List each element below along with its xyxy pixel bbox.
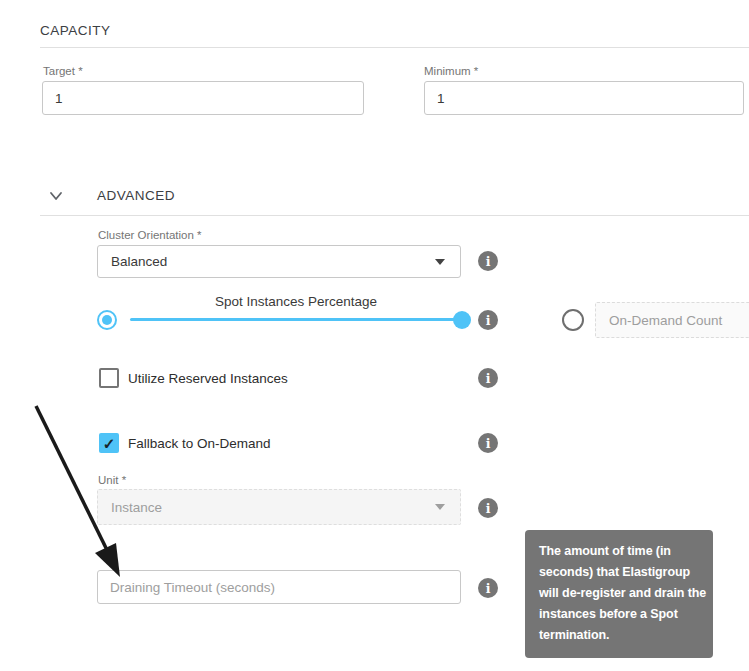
caret-down-icon <box>435 259 445 265</box>
cluster-orientation-select[interactable]: Balanced <box>97 245 461 278</box>
target-input[interactable] <box>42 81 364 115</box>
cluster-orientation-label: Cluster Orientation * <box>98 229 202 241</box>
tooltip-line: will de-register and drain the <box>539 583 699 604</box>
target-field-label: Target * <box>43 65 83 77</box>
advanced-section-title: ADVANCED <box>97 188 175 203</box>
capacity-divider <box>40 47 749 48</box>
tooltip-line: seconds) that Elastigroup <box>539 562 699 583</box>
cluster-orientation-value: Balanced <box>111 254 167 269</box>
unit-value: Instance <box>111 500 162 515</box>
tooltip-line: The amount of time (in <box>539 541 699 562</box>
info-icon[interactable]: i <box>478 310 498 330</box>
radio-dot <box>102 315 112 325</box>
info-icon[interactable]: i <box>478 433 498 453</box>
chevron-down-icon[interactable] <box>48 188 64 204</box>
capacity-section-title: CAPACITY <box>40 23 111 38</box>
advanced-divider <box>40 215 749 216</box>
on-demand-count-radio[interactable] <box>562 309 584 331</box>
spot-percentage-radio[interactable] <box>97 310 117 330</box>
utilize-reserved-instances-label: Utilize Reserved Instances <box>128 371 288 386</box>
utilize-reserved-instances-checkbox[interactable] <box>99 368 119 388</box>
unit-select-disabled: Instance <box>97 489 461 525</box>
capacity-settings-panel: CAPACITY Target * Minimum * ADVANCED Clu… <box>0 0 749 671</box>
fallback-to-on-demand-checkbox[interactable]: ✓ <box>99 433 119 453</box>
draining-timeout-tooltip: The amount of time (in seconds) that Ela… <box>525 530 713 658</box>
caret-down-icon <box>435 504 445 510</box>
minimum-input[interactable] <box>424 81 744 115</box>
info-icon[interactable]: i <box>478 498 498 518</box>
spot-percentage-slider-thumb[interactable] <box>453 311 471 329</box>
on-demand-count-input <box>595 302 749 338</box>
tooltip-line: termination. <box>539 625 699 646</box>
minimum-field-label: Minimum * <box>424 65 478 77</box>
info-icon[interactable]: i <box>478 368 498 388</box>
tooltip-line: instances before a Spot <box>539 604 699 625</box>
checkmark-icon: ✓ <box>103 436 116 451</box>
unit-label: Unit * <box>98 474 126 486</box>
draining-timeout-input[interactable] <box>97 570 461 604</box>
info-icon[interactable]: i <box>478 578 498 598</box>
spot-percentage-slider-track[interactable] <box>130 318 462 321</box>
info-icon[interactable]: i <box>478 251 498 271</box>
fallback-to-on-demand-label: Fallback to On-Demand <box>128 436 271 451</box>
spot-instances-percentage-label: Spot Instances Percentage <box>130 294 462 309</box>
